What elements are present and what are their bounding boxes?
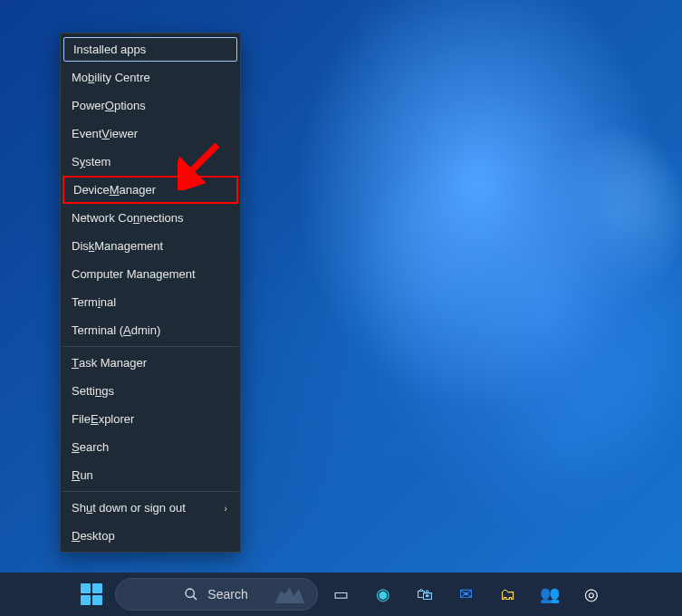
menu-item-mobility-centre[interactable]: Mobility Centre [62, 63, 238, 91]
file-explorer-icon: 🗂 [497, 583, 519, 605]
search-highlight-icon [272, 582, 308, 607]
menu-item-label-post: xplorer [99, 412, 135, 426]
menu-item-label-post: ptions [114, 99, 146, 112]
menu-item-label-post: iewer [110, 127, 138, 140]
menu-item-system[interactable]: System [62, 148, 238, 176]
menu-item-label-post: earch [80, 440, 110, 454]
teams-icon: 👥 [539, 583, 561, 605]
menu-item-power-options[interactable]: Power Options [62, 91, 238, 120]
menu-item-label-pre: File [72, 412, 91, 426]
svg-point-2 [186, 589, 194, 597]
menu-item-event-viewer[interactable]: Event Viewer [62, 120, 238, 148]
outlook-icon: ✉ [456, 583, 477, 605]
menu-item-label-pre: Mo [72, 71, 88, 84]
menu-item-label-post: un [80, 468, 92, 482]
taskbar-icon-file-explorer[interactable]: 🗂 [490, 576, 526, 612]
menu-item-label-post: ement [162, 267, 195, 281]
menu-item-accelerator: E [91, 412, 99, 426]
menu-item-label-pre: Computer Mana [72, 267, 156, 281]
menu-item-accelerator: n [133, 211, 139, 225]
menu-divider [62, 346, 238, 347]
taskbar-icon-teams[interactable]: 👥 [532, 576, 568, 612]
menu-item-desktop[interactable]: Desktop [62, 522, 238, 550]
menu-item-label-pre: S [72, 155, 80, 168]
menu-item-accelerator: T [72, 356, 79, 370]
menu-item-computer-management[interactable]: Computer Management [62, 260, 238, 288]
menu-item-accelerator: V [101, 127, 110, 140]
menu-divider [62, 491, 238, 492]
menu-item-label-pre: Event [72, 127, 101, 140]
menu-item-label-pre: Dis [72, 239, 89, 253]
menu-item-installed-apps[interactable]: Installed apps [63, 37, 237, 62]
menu-item-accelerator: u [86, 501, 92, 515]
menu-item-label-pre: Sh [72, 501, 86, 515]
menu-item-disk-management[interactable]: Disk Management [62, 232, 238, 260]
menu-item-label-post: ility Centre [94, 71, 149, 84]
menu-item-accelerator: D [72, 529, 80, 543]
menu-item-label-post: stem [85, 155, 110, 168]
menu-item-label-post: anager [120, 183, 156, 197]
microsoft-store-icon: 🛍 [414, 583, 436, 605]
menu-item-label-post: esktop [80, 529, 114, 543]
edge-icon: ◉ [372, 583, 394, 605]
menu-item-accelerator: S [72, 440, 80, 454]
chrome-icon: ◎ [581, 583, 602, 605]
menu-item-terminal-admin[interactable]: Terminal (Admin) [62, 316, 238, 344]
menu-item-settings[interactable]: Settings [62, 377, 238, 405]
menu-item-label-post: ask Manager [79, 356, 147, 370]
taskbar-icon-task-view[interactable]: ▭ [323, 576, 360, 612]
menu-item-accelerator: O [105, 99, 114, 112]
taskbar-search-placeholder: Search [207, 587, 247, 602]
menu-item-run[interactable]: Run [62, 461, 238, 489]
task-view-icon: ▭ [331, 583, 352, 605]
menu-item-network-connections[interactable]: Network Connections [62, 204, 238, 232]
menu-item-label-pre: Power [72, 99, 105, 112]
start-button[interactable] [73, 576, 110, 612]
menu-item-accelerator: M [110, 183, 120, 197]
menu-item-search[interactable]: Search [62, 433, 238, 461]
taskbar-icon-store[interactable]: 🛍 [407, 576, 443, 612]
taskbar: Search ▭◉🛍✉🗂👥◎ [0, 573, 682, 616]
menu-item-label-pre: Setti [72, 384, 95, 398]
menu-item-accelerator: A [123, 323, 131, 337]
menu-item-accelerator: b [88, 71, 94, 84]
menu-item-label-post: t down or sign out [92, 501, 186, 515]
winx-context-menu: Installed appsMobility CentrePower Optio… [60, 33, 241, 553]
chevron-right-icon: › [224, 503, 227, 514]
svg-line-3 [194, 596, 197, 600]
menu-item-label-post: Installed apps [73, 43, 146, 56]
search-icon [184, 587, 198, 602]
menu-item-terminal[interactable]: Terminal [62, 288, 238, 316]
taskbar-search[interactable]: Search [115, 578, 318, 611]
menu-item-task-manager[interactable]: Task Manager [62, 349, 238, 377]
taskbar-icon-chrome[interactable]: ◎ [573, 576, 610, 612]
menu-item-label-post: nections [139, 211, 183, 225]
menu-item-label-post: nal [101, 295, 116, 309]
menu-item-label-pre: Device [73, 183, 110, 197]
menu-item-label-post: gs [101, 384, 114, 398]
menu-item-label-pre: Network Co [72, 211, 133, 225]
menu-item-shutdown[interactable]: Shut down or sign out› [62, 494, 238, 522]
windows-logo-icon [81, 583, 102, 605]
taskbar-icon-edge[interactable]: ◉ [365, 576, 401, 612]
menu-item-file-explorer[interactable]: File Explorer [62, 405, 238, 433]
menu-item-accelerator: g [156, 267, 162, 281]
menu-item-label-pre: Terminal ( [72, 323, 123, 337]
menu-item-accelerator: R [72, 468, 80, 482]
menu-item-label-post: Management [94, 239, 163, 253]
menu-item-label-pre: Term [72, 295, 98, 309]
menu-item-label-post: dmin) [131, 323, 161, 337]
menu-item-accelerator: n [95, 384, 101, 398]
taskbar-icon-outlook[interactable]: ✉ [448, 576, 485, 612]
menu-item-device-manager[interactable]: Device Manager [62, 176, 238, 204]
